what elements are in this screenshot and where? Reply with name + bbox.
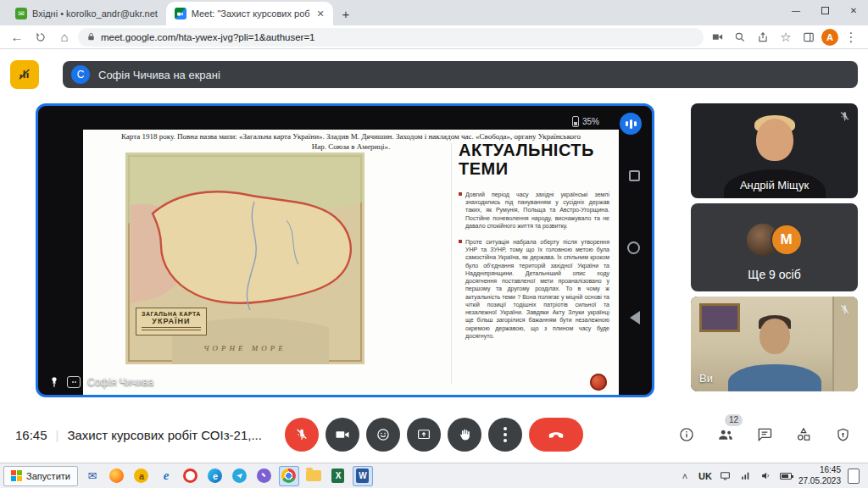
new-tab-button[interactable]: + (337, 4, 355, 23)
share-icon[interactable] (753, 27, 773, 47)
screenshare-banner-text: Софія Чичива на екрані (98, 69, 220, 81)
shared-screen-tile[interactable]: 35% Карта 1918 року. Повна назва мапи: «… (36, 103, 654, 397)
battery-icon (572, 116, 579, 127)
bullet-icon (459, 192, 462, 196)
internet-explorer-icon[interactable]: e (156, 466, 176, 486)
tab-mail-title: Вхідні • korolko_andr@ukr.net (32, 8, 158, 19)
profile-avatar[interactable]: A (821, 29, 838, 46)
meet-utility-icons: 12 (676, 424, 853, 445)
participant-count-badge: 12 (725, 414, 743, 426)
camera-permission-icon[interactable] (707, 27, 727, 47)
battery-tray-icon[interactable] (780, 473, 792, 480)
chrome-icon[interactable] (279, 466, 299, 486)
mail-app-icon[interactable]: ✉ (82, 466, 103, 486)
more-options-button[interactable] (488, 418, 522, 452)
self-video-tile[interactable]: Ви (691, 297, 858, 391)
url-field[interactable]: meet.google.com/hta-ywex-jvg?pli=1&authu… (78, 28, 704, 47)
bullet-icon (459, 240, 462, 243)
tab-meet-title: Meet: "Захист курсових роб (192, 8, 310, 19)
camera-toggle-button[interactable] (326, 418, 359, 452)
minimize-button[interactable]: — (782, 0, 810, 20)
meeting-time: 16:45 (15, 428, 47, 442)
meet-favicon (175, 8, 186, 19)
mic-toggle-button[interactable] (285, 418, 319, 452)
taskbar-date: 27.05.2023 (798, 476, 841, 487)
start-button-label: Запустити (26, 471, 70, 481)
network-tray-icon[interactable] (739, 469, 753, 483)
map-title-cartouche: ЗАГАЛЬНА КАРТА УКРАЇНИ (136, 308, 207, 336)
action-center-icon[interactable] (848, 469, 860, 484)
call-controls (285, 418, 583, 452)
end-call-button[interactable] (529, 418, 583, 452)
reactions-button[interactable] (366, 418, 400, 452)
meet-control-bar: 16:45 | Захист курсових робіт СОІз-21,..… (0, 407, 868, 463)
participants-icon[interactable]: 12 (715, 424, 736, 445)
presentation-chip-icon[interactable] (10, 60, 39, 89)
tab-meet[interactable]: Meet: "Захист курсових роб ✕ (166, 2, 333, 25)
slide-decor-circle (590, 374, 607, 391)
presentation-slide: Карта 1918 року. Повна назва мапи: «Зага… (83, 130, 619, 396)
slide-paragraph-text: Довгий період часу західні українські зе… (465, 191, 609, 230)
phone-nav-home-icon (627, 241, 640, 254)
firefox-icon[interactable] (107, 466, 127, 486)
display-tray-icon[interactable] (719, 469, 732, 483)
participant-avatar-letter: M (771, 224, 803, 256)
battery-percent: 35% (582, 117, 599, 126)
pin-icon[interactable] (48, 375, 60, 389)
back-icon[interactable]: ← (7, 27, 27, 47)
mic-muted-icon (838, 303, 851, 319)
excel-icon[interactable]: X (328, 466, 348, 486)
start-button[interactable]: Запустити (3, 466, 78, 486)
participant-name-label: Андрій Міщук (691, 179, 858, 191)
url-text: meet.google.com/hta-ywex-jvg?pli=1&authu… (101, 32, 315, 42)
phone-nav-recent-icon (629, 170, 640, 181)
presenter-name-label: Софія Чичива (87, 376, 153, 388)
tab-close-icon[interactable]: ✕ (317, 8, 325, 19)
more-participants-tile[interactable]: M Ще 9 осіб (691, 203, 858, 291)
language-indicator[interactable]: UK (698, 471, 712, 481)
historic-map-image: ЗАГАЛЬНА КАРТА УКРАЇНИ ЧОРНЕ МОРЕ (125, 152, 364, 364)
hidden-icons-chevron[interactable]: ˄ (678, 469, 692, 483)
amigo-browser-icon[interactable]: a (131, 466, 152, 486)
self-silhouette (760, 319, 790, 354)
slide-paragraph-text: Проте ситуація набрала оберту після утво… (465, 238, 609, 340)
system-tray: ˄ UK 16:45 27.05.2023 (678, 465, 865, 486)
taskbar-clock[interactable]: 16:45 27.05.2023 (798, 465, 841, 486)
activities-icon[interactable] (793, 424, 814, 445)
edge-icon[interactable]: e (205, 466, 225, 486)
word-icon[interactable]: W (353, 466, 373, 486)
meet-main-area: C Софія Чичива на екрані 35% Карта 1918 … (0, 49, 868, 463)
windows-logo-icon (11, 470, 22, 481)
browser-menu-icon[interactable]: ⋮ (841, 27, 861, 47)
close-button[interactable]: ✕ (839, 0, 868, 20)
opera-icon[interactable] (181, 466, 201, 486)
presenter-name-row: Софія Чичива (48, 375, 153, 389)
chat-icon[interactable] (754, 424, 775, 445)
bookmark-star-icon[interactable]: ☆ (776, 27, 796, 47)
zoom-icon[interactable] (730, 27, 750, 47)
map-sea-label: ЧОРНЕ МОРЕ (125, 344, 364, 352)
meeting-details-icon[interactable] (676, 424, 697, 445)
tab-mail[interactable]: ✉ Вхідні • korolko_andr@ukr.net (7, 2, 166, 25)
volume-tray-icon[interactable] (760, 469, 773, 483)
slide-divider (451, 143, 452, 384)
raise-hand-button[interactable] (448, 418, 481, 452)
viber-icon[interactable] (254, 466, 275, 486)
self-silhouette (728, 364, 821, 391)
audio-playing-indicator-icon (620, 113, 642, 135)
side-panel-icon[interactable] (798, 27, 819, 47)
participant-tile-andrii[interactable]: Андрій Міщук (691, 103, 858, 198)
present-screen-button[interactable] (407, 418, 441, 452)
host-controls-icon[interactable] (832, 424, 853, 445)
taskbar-time: 16:45 (798, 465, 841, 476)
maximize-button[interactable] (810, 0, 839, 20)
meeting-title: Захист курсових робіт СОІз-21,... (67, 428, 261, 442)
quality-chip-icon[interactable] (67, 376, 81, 388)
meta-divider: | (56, 428, 59, 442)
home-icon[interactable]: ⌂ (54, 27, 75, 47)
refresh-icon[interactable] (31, 27, 51, 47)
file-explorer-icon[interactable] (303, 466, 324, 486)
telegram-icon[interactable] (230, 466, 250, 486)
videocam-icon (176, 10, 184, 18)
address-bar-actions: ☆ A ⋮ (707, 27, 861, 47)
